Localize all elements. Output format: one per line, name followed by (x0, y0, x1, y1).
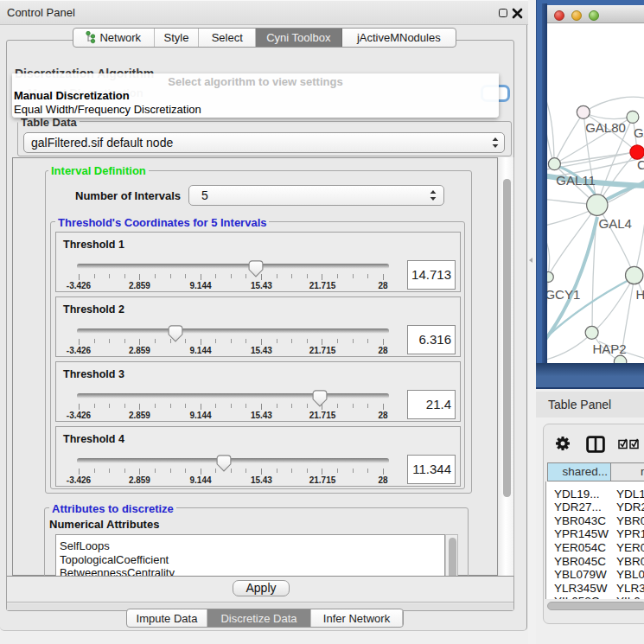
svg-text:GAL80: GAL80 (585, 120, 626, 135)
svg-text:C: C (637, 157, 644, 172)
svg-text:GA: GA (634, 125, 644, 140)
svg-text:HAP2: HAP2 (592, 341, 626, 356)
svg-text:GAL11: GAL11 (556, 173, 596, 188)
svg-text:GCY1: GCY1 (547, 287, 580, 302)
svg-text:GAL4: GAL4 (599, 216, 632, 231)
svg-text:H: H (636, 287, 644, 302)
